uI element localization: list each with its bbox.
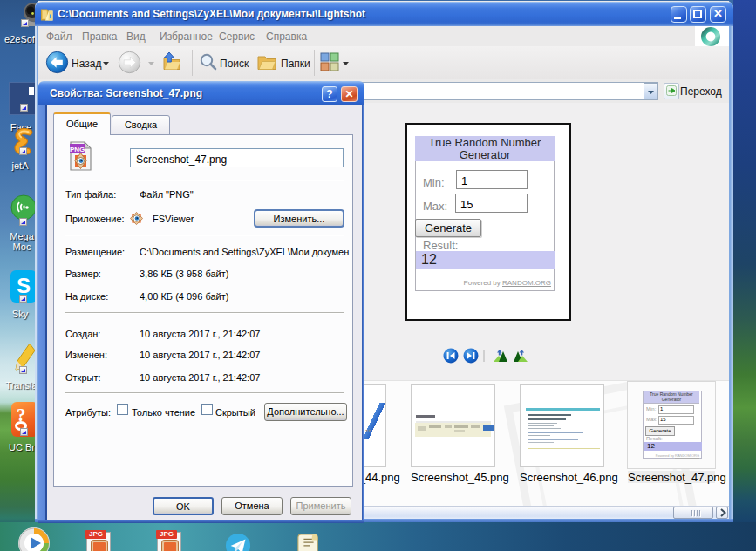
svg-text:PNG: PNG: [70, 146, 85, 153]
